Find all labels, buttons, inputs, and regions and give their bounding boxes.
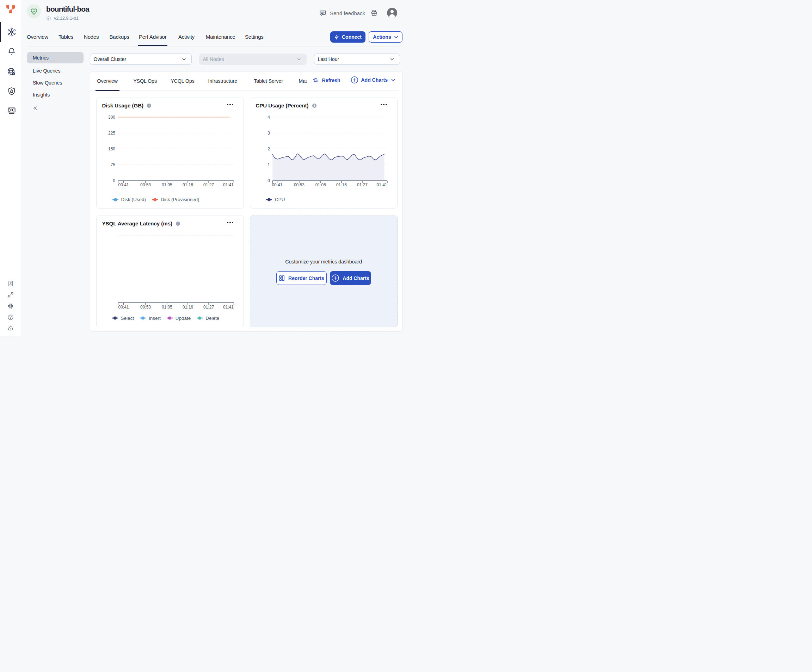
- svg-text:00:41: 00:41: [118, 182, 129, 187]
- svg-text:01:27: 01:27: [203, 182, 214, 187]
- svg-text:01:41: 01:41: [223, 305, 233, 310]
- svg-text:01:16: 01:16: [182, 305, 193, 310]
- svg-text:150: 150: [108, 146, 115, 151]
- svg-text:01:16: 01:16: [336, 182, 346, 187]
- svg-text:300: 300: [108, 115, 115, 120]
- svg-text:01:16: 01:16: [182, 182, 193, 187]
- svg-text:01:27: 01:27: [203, 305, 214, 310]
- svg-text:01:05: 01:05: [161, 305, 172, 310]
- svg-text:4: 4: [268, 115, 270, 120]
- svg-text:3: 3: [268, 131, 270, 136]
- svg-text:00:41: 00:41: [272, 182, 282, 187]
- svg-text:2: 2: [268, 146, 270, 151]
- svg-text:00:53: 00:53: [293, 182, 304, 187]
- svg-text:225: 225: [108, 131, 115, 136]
- svg-text:01:05: 01:05: [315, 182, 326, 187]
- svg-text:75: 75: [110, 162, 115, 167]
- svg-text:00:53: 00:53: [140, 182, 150, 187]
- svg-text:0: 0: [113, 178, 115, 183]
- svg-text:01:41: 01:41: [376, 182, 387, 187]
- svg-text:00:53: 00:53: [140, 305, 150, 310]
- svg-text:01:41: 01:41: [223, 182, 233, 187]
- svg-text:0: 0: [268, 178, 270, 183]
- svg-text:01:05: 01:05: [161, 182, 172, 187]
- svg-text:1: 1: [268, 162, 270, 167]
- svg-text:00:41: 00:41: [118, 305, 129, 310]
- svg-text:01:27: 01:27: [357, 182, 367, 187]
